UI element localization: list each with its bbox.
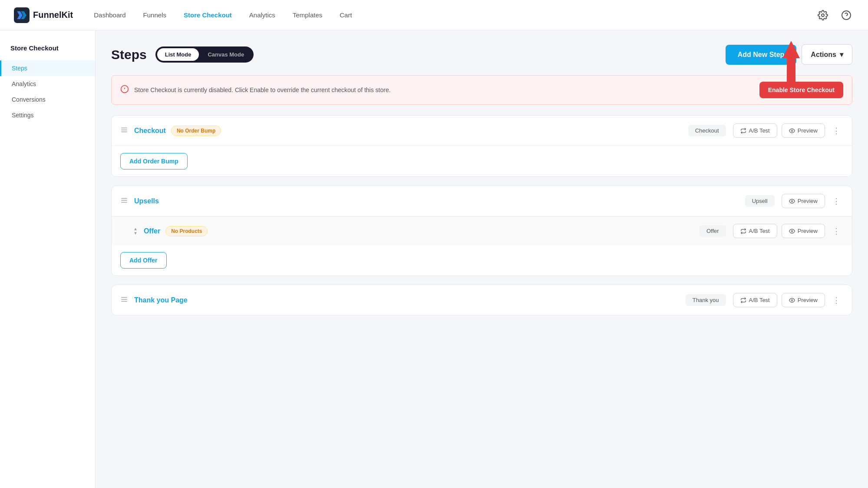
upsells-preview-button[interactable]: Preview: [782, 194, 825, 208]
checkout-add-row: Add Order Bump: [112, 146, 852, 176]
nav-links: Dashboard Funnels Store Checkout Analyti…: [94, 11, 815, 19]
sidebar-item-steps[interactable]: Steps: [0, 60, 95, 76]
nav-analytics[interactable]: Analytics: [249, 11, 275, 19]
nav-cart[interactable]: Cart: [340, 11, 352, 19]
actions-label: Actions: [811, 51, 836, 59]
svg-point-1: [822, 14, 824, 17]
step-card-checkout: Checkout No Order Bump Checkout A/B Test: [111, 115, 852, 177]
step-row-upsells: Upsells Upsell Preview ⋮: [112, 186, 852, 216]
offer-ab-test-button[interactable]: A/B Test: [733, 224, 777, 238]
sort-up-icon: ▲: [133, 227, 138, 231]
thankyou-step-name[interactable]: Thank you Page: [134, 296, 188, 304]
thankyou-type-badge: Thank you: [686, 294, 726, 306]
checkout-type-badge: Checkout: [688, 125, 726, 136]
thankyou-preview-button[interactable]: Preview: [782, 293, 825, 307]
step-card-upsells: Upsells Upsell Preview ⋮ ▲: [111, 186, 852, 276]
drag-icon-upsells: [120, 196, 128, 206]
nav-funnels[interactable]: Funnels: [143, 11, 166, 19]
sort-arrows-offer[interactable]: ▲ ▼: [133, 227, 138, 236]
top-nav: FunnelKit Dashboard Funnels Store Checko…: [0, 0, 868, 30]
step-row-thankyou: Thank you Page Thank you A/B Test: [112, 285, 852, 315]
offer-row-actions: A/B Test Preview ⋮: [733, 224, 843, 238]
offer-preview-button[interactable]: Preview: [782, 224, 825, 238]
steps-header: Steps List Mode Canvas Mode Add New Step…: [111, 44, 852, 65]
alert-message: Store Checkout is currently disabled. Cl…: [134, 86, 751, 93]
logo-text: FunnelKit: [33, 10, 73, 20]
checkout-ab-test-button[interactable]: A/B Test: [733, 123, 777, 138]
upsell-sub-row-offer: ▲ ▼ Offer No Products Offer A/B Test: [112, 216, 852, 245]
add-new-step-button[interactable]: Add New Step: [726, 45, 797, 65]
step-card-thankyou: Thank you Page Thank you A/B Test: [111, 285, 852, 315]
main-layout: Store Checkout Steps Analytics Conversio…: [0, 30, 868, 488]
checkout-badge: No Order Bump: [171, 126, 221, 136]
sidebar-item-settings[interactable]: Settings: [0, 107, 95, 123]
drag-icon-checkout: [120, 126, 128, 136]
nav-store-checkout[interactable]: Store Checkout: [184, 11, 232, 19]
checkout-more-button[interactable]: ⋮: [829, 124, 843, 138]
nav-templates[interactable]: Templates: [293, 11, 322, 19]
thankyou-more-button[interactable]: ⋮: [829, 293, 843, 307]
add-order-bump-button[interactable]: Add Order Bump: [120, 153, 188, 169]
checkout-preview-button[interactable]: Preview: [782, 123, 825, 138]
svg-point-20: [791, 299, 793, 301]
checkout-row-actions: A/B Test Preview ⋮: [733, 123, 843, 138]
sort-down-icon: ▼: [133, 231, 138, 236]
svg-point-15: [791, 200, 793, 202]
actions-button[interactable]: Actions ▾: [802, 44, 852, 65]
sidebar-title: Store Checkout: [0, 44, 95, 60]
chevron-down-icon: ▾: [840, 50, 843, 59]
list-mode-btn[interactable]: List Mode: [157, 48, 199, 61]
upsells-more-button[interactable]: ⋮: [829, 194, 843, 208]
logo[interactable]: FunnelKit: [14, 7, 73, 23]
enable-store-checkout-button[interactable]: Enable Store Checkout: [759, 82, 843, 98]
upsells-step-name[interactable]: Upsells: [134, 197, 159, 205]
mode-toggle: List Mode Canvas Mode: [155, 46, 254, 63]
nav-dashboard[interactable]: Dashboard: [94, 11, 125, 19]
offer-badge: No Products: [165, 226, 208, 236]
step-row-checkout: Checkout No Order Bump Checkout A/B Test: [112, 116, 852, 146]
checkout-step-name[interactable]: Checkout: [134, 127, 166, 135]
svg-point-11: [791, 130, 793, 132]
settings-icon[interactable]: [815, 7, 831, 23]
nav-right: [815, 7, 854, 23]
thankyou-ab-test-button[interactable]: A/B Test: [733, 293, 777, 307]
sidebar-nav: Steps Analytics Conversions Settings: [0, 60, 95, 123]
steps-actions: Add New Step Actions ▾: [726, 44, 852, 65]
sidebar-item-analytics[interactable]: Analytics: [0, 76, 95, 92]
alert-info-icon: [120, 85, 129, 96]
sidebar-item-conversions[interactable]: Conversions: [0, 92, 95, 107]
offer-type-badge: Offer: [700, 225, 726, 237]
upsells-type-badge: Upsell: [745, 195, 775, 207]
sidebar: Store Checkout Steps Analytics Conversio…: [0, 30, 96, 488]
add-offer-button[interactable]: Add Offer: [120, 252, 167, 269]
drag-icon-thankyou: [120, 295, 128, 305]
main-content: Steps List Mode Canvas Mode Add New Step…: [96, 30, 868, 488]
help-icon[interactable]: [838, 7, 854, 23]
canvas-mode-btn[interactable]: Canvas Mode: [200, 48, 252, 61]
offer-more-button[interactable]: ⋮: [829, 224, 843, 238]
offer-step-name[interactable]: Offer: [144, 227, 160, 235]
upsells-row-actions: Preview ⋮: [782, 194, 843, 208]
page-title: Steps: [111, 47, 147, 62]
svg-point-16: [791, 230, 793, 232]
thankyou-row-actions: A/B Test Preview ⋮: [733, 293, 843, 307]
alert-banner: Store Checkout is currently disabled. Cl…: [111, 75, 852, 105]
upsells-add-row: Add Offer: [112, 245, 852, 276]
